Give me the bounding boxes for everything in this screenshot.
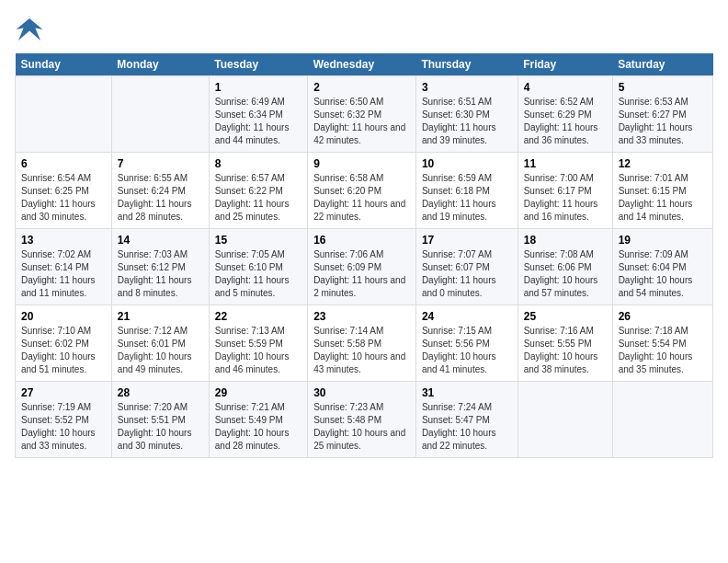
calendar-cell: 27Sunrise: 7:19 AM Sunset: 5:52 PM Dayli… <box>16 382 112 458</box>
page-header <box>15 15 713 44</box>
day-detail: Sunrise: 6:54 AM Sunset: 6:25 PM Dayligh… <box>21 172 106 224</box>
day-number: 7 <box>118 157 203 170</box>
calendar-cell <box>518 382 612 458</box>
day-number: 15 <box>215 234 301 247</box>
day-detail: Sunrise: 6:53 AM Sunset: 6:27 PM Dayligh… <box>619 96 707 147</box>
day-number: 24 <box>422 310 512 323</box>
day-detail: Sunrise: 6:59 AM Sunset: 6:18 PM Dayligh… <box>422 172 512 224</box>
calendar-cell: 17Sunrise: 7:07 AM Sunset: 6:07 PM Dayli… <box>415 229 518 305</box>
day-number: 27 <box>21 386 106 399</box>
logo-icon <box>15 15 44 44</box>
calendar-cell: 24Sunrise: 7:15 AM Sunset: 5:56 PM Dayli… <box>415 305 518 382</box>
day-detail: Sunrise: 7:15 AM Sunset: 5:56 PM Dayligh… <box>422 325 512 376</box>
day-number: 5 <box>619 81 707 94</box>
day-number: 21 <box>118 310 203 323</box>
calendar-cell: 29Sunrise: 7:21 AM Sunset: 5:49 PM Dayli… <box>209 382 307 458</box>
day-detail: Sunrise: 7:00 AM Sunset: 6:17 PM Dayligh… <box>524 172 607 224</box>
day-number: 17 <box>422 234 512 247</box>
calendar-week-3: 13Sunrise: 7:02 AM Sunset: 6:14 PM Dayli… <box>16 229 713 305</box>
calendar-cell: 19Sunrise: 7:09 AM Sunset: 6:04 PM Dayli… <box>612 229 712 305</box>
day-detail: Sunrise: 7:07 AM Sunset: 6:07 PM Dayligh… <box>422 248 512 300</box>
calendar-cell: 15Sunrise: 7:05 AM Sunset: 6:10 PM Dayli… <box>209 229 307 305</box>
day-number: 3 <box>422 81 512 94</box>
calendar-cell <box>612 382 712 458</box>
logo <box>15 15 48 44</box>
day-number: 20 <box>21 310 106 323</box>
day-detail: Sunrise: 6:52 AM Sunset: 6:29 PM Dayligh… <box>524 96 607 147</box>
day-detail: Sunrise: 6:57 AM Sunset: 6:22 PM Dayligh… <box>215 172 301 224</box>
day-number: 22 <box>215 310 301 323</box>
calendar-cell: 10Sunrise: 6:59 AM Sunset: 6:18 PM Dayli… <box>415 153 518 229</box>
calendar-cell: 28Sunrise: 7:20 AM Sunset: 5:51 PM Dayli… <box>111 382 209 458</box>
calendar-cell: 1Sunrise: 6:49 AM Sunset: 6:34 PM Daylig… <box>209 76 307 153</box>
day-of-week-saturday: Saturday <box>612 53 712 76</box>
day-detail: Sunrise: 7:14 AM Sunset: 5:58 PM Dayligh… <box>313 325 410 376</box>
calendar-cell: 3Sunrise: 6:51 AM Sunset: 6:30 PM Daylig… <box>415 76 518 153</box>
day-of-week-tuesday: Tuesday <box>209 53 307 76</box>
day-number: 19 <box>619 234 707 247</box>
calendar-cell: 31Sunrise: 7:24 AM Sunset: 5:47 PM Dayli… <box>415 382 518 458</box>
calendar-cell: 6Sunrise: 6:54 AM Sunset: 6:25 PM Daylig… <box>16 153 112 229</box>
calendar-cell: 25Sunrise: 7:16 AM Sunset: 5:55 PM Dayli… <box>518 305 612 382</box>
calendar-cell <box>16 76 112 153</box>
calendar-week-2: 6Sunrise: 6:54 AM Sunset: 6:25 PM Daylig… <box>16 153 713 229</box>
calendar-cell: 9Sunrise: 6:58 AM Sunset: 6:20 PM Daylig… <box>308 153 416 229</box>
day-detail: Sunrise: 6:49 AM Sunset: 6:34 PM Dayligh… <box>215 96 301 147</box>
day-detail: Sunrise: 7:18 AM Sunset: 5:54 PM Dayligh… <box>619 325 707 376</box>
calendar-cell: 30Sunrise: 7:23 AM Sunset: 5:48 PM Dayli… <box>308 382 416 458</box>
calendar-week-1: 1Sunrise: 6:49 AM Sunset: 6:34 PM Daylig… <box>16 76 713 153</box>
day-number: 16 <box>313 234 410 247</box>
calendar-cell: 2Sunrise: 6:50 AM Sunset: 6:32 PM Daylig… <box>308 76 416 153</box>
calendar-cell: 7Sunrise: 6:55 AM Sunset: 6:24 PM Daylig… <box>111 153 209 229</box>
calendar-cell: 13Sunrise: 7:02 AM Sunset: 6:14 PM Dayli… <box>16 229 112 305</box>
calendar-cell <box>111 76 209 153</box>
day-detail: Sunrise: 7:09 AM Sunset: 6:04 PM Dayligh… <box>619 248 707 300</box>
svg-marker-0 <box>17 18 43 40</box>
day-detail: Sunrise: 7:08 AM Sunset: 6:06 PM Dayligh… <box>524 248 607 300</box>
calendar-cell: 22Sunrise: 7:13 AM Sunset: 5:59 PM Dayli… <box>209 305 307 382</box>
day-number: 18 <box>524 234 607 247</box>
calendar-cell: 20Sunrise: 7:10 AM Sunset: 6:02 PM Dayli… <box>16 305 112 382</box>
calendar-cell: 12Sunrise: 7:01 AM Sunset: 6:15 PM Dayli… <box>612 153 712 229</box>
calendar-cell: 26Sunrise: 7:18 AM Sunset: 5:54 PM Dayli… <box>612 305 712 382</box>
calendar-cell: 11Sunrise: 7:00 AM Sunset: 6:17 PM Dayli… <box>518 153 612 229</box>
calendar-cell: 14Sunrise: 7:03 AM Sunset: 6:12 PM Dayli… <box>111 229 209 305</box>
day-detail: Sunrise: 6:55 AM Sunset: 6:24 PM Dayligh… <box>118 172 203 224</box>
calendar-week-4: 20Sunrise: 7:10 AM Sunset: 6:02 PM Dayli… <box>16 305 713 382</box>
calendar-cell: 8Sunrise: 6:57 AM Sunset: 6:22 PM Daylig… <box>209 153 307 229</box>
calendar-cell: 18Sunrise: 7:08 AM Sunset: 6:06 PM Dayli… <box>518 229 612 305</box>
day-number: 10 <box>422 157 512 170</box>
day-detail: Sunrise: 7:02 AM Sunset: 6:14 PM Dayligh… <box>21 248 106 300</box>
day-detail: Sunrise: 6:58 AM Sunset: 6:20 PM Dayligh… <box>313 172 410 224</box>
day-detail: Sunrise: 7:03 AM Sunset: 6:12 PM Dayligh… <box>118 248 203 300</box>
day-number: 14 <box>118 234 203 247</box>
day-number: 11 <box>524 157 607 170</box>
day-of-week-sunday: Sunday <box>16 53 112 76</box>
day-number: 13 <box>21 234 106 247</box>
calendar-week-5: 27Sunrise: 7:19 AM Sunset: 5:52 PM Dayli… <box>16 382 713 458</box>
day-detail: Sunrise: 7:06 AM Sunset: 6:09 PM Dayligh… <box>313 248 410 300</box>
day-detail: Sunrise: 7:01 AM Sunset: 6:15 PM Dayligh… <box>619 172 707 224</box>
day-detail: Sunrise: 7:13 AM Sunset: 5:59 PM Dayligh… <box>215 325 301 376</box>
day-number: 26 <box>619 310 707 323</box>
day-detail: Sunrise: 7:21 AM Sunset: 5:49 PM Dayligh… <box>215 401 301 453</box>
day-detail: Sunrise: 6:51 AM Sunset: 6:30 PM Dayligh… <box>422 96 512 147</box>
day-of-week-thursday: Thursday <box>415 53 518 76</box>
calendar-cell: 21Sunrise: 7:12 AM Sunset: 6:01 PM Dayli… <box>111 305 209 382</box>
day-number: 1 <box>215 81 301 94</box>
day-number: 30 <box>313 386 410 399</box>
day-number: 4 <box>524 81 607 94</box>
calendar-cell: 4Sunrise: 6:52 AM Sunset: 6:29 PM Daylig… <box>518 76 612 153</box>
day-number: 29 <box>215 386 301 399</box>
day-number: 25 <box>524 310 607 323</box>
day-detail: Sunrise: 7:23 AM Sunset: 5:48 PM Dayligh… <box>313 401 410 453</box>
day-detail: Sunrise: 7:20 AM Sunset: 5:51 PM Dayligh… <box>118 401 203 453</box>
day-number: 9 <box>313 157 410 170</box>
day-detail: Sunrise: 7:24 AM Sunset: 5:47 PM Dayligh… <box>422 401 512 453</box>
day-detail: Sunrise: 7:16 AM Sunset: 5:55 PM Dayligh… <box>524 325 607 376</box>
day-of-week-friday: Friday <box>518 53 612 76</box>
day-number: 23 <box>313 310 410 323</box>
day-detail: Sunrise: 7:19 AM Sunset: 5:52 PM Dayligh… <box>21 401 106 453</box>
day-number: 2 <box>313 81 410 94</box>
calendar-cell: 5Sunrise: 6:53 AM Sunset: 6:27 PM Daylig… <box>612 76 712 153</box>
